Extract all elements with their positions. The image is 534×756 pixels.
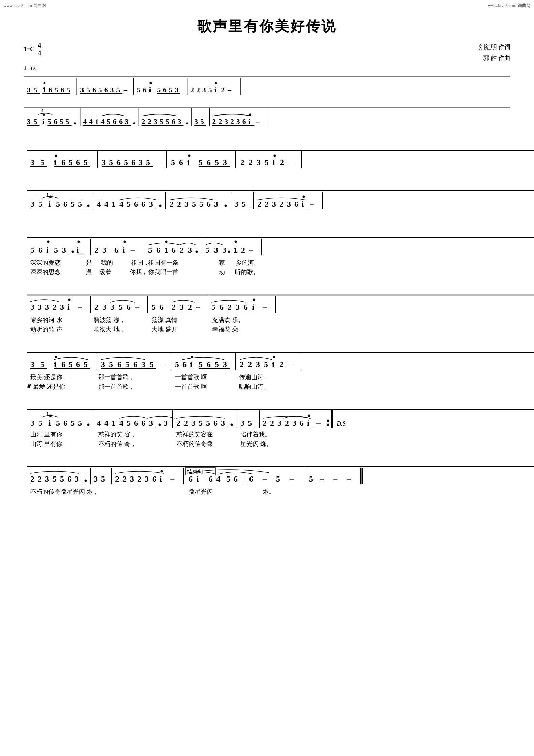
svg-point-214 xyxy=(228,250,230,253)
svg-text:3: 3 xyxy=(234,200,238,208)
svg-text:3: 3 xyxy=(30,360,34,369)
svg-text:3: 3 xyxy=(110,86,114,94)
svg-text:6: 6 xyxy=(156,245,160,254)
svg-text:–: – xyxy=(157,158,161,167)
svg-text:6: 6 xyxy=(76,158,80,167)
svg-text:2: 2 xyxy=(30,474,34,483)
svg-text:6: 6 xyxy=(242,118,246,126)
svg-text:5: 5 xyxy=(34,118,37,126)
svg-text:3: 3 xyxy=(154,118,157,126)
svg-text:5: 5 xyxy=(125,360,129,369)
svg-text:2: 2 xyxy=(53,303,57,311)
svg-text:2: 2 xyxy=(280,158,284,167)
svg-text:6: 6 xyxy=(61,360,65,369)
svg-text:3: 3 xyxy=(46,192,48,197)
svg-text:3: 3 xyxy=(45,474,49,483)
svg-text:3: 3 xyxy=(240,419,244,427)
svg-text:碧波荡  漾，: 碧波荡 漾， xyxy=(94,317,126,323)
svg-text:D.S.: D.S. xyxy=(336,420,347,427)
svg-text:唱响山河。: 唱响山河。 xyxy=(239,383,269,390)
svg-point-116 xyxy=(188,154,191,157)
svg-text:3: 3 xyxy=(277,419,281,427)
svg-text:3: 3 xyxy=(46,410,48,416)
svg-text:家乡的河  水: 家乡的河 水 xyxy=(30,317,62,323)
svg-text:i: i xyxy=(197,474,199,483)
svg-point-165 xyxy=(225,204,227,207)
svg-text:不朽的传  奇，: 不朽的传 奇， xyxy=(98,440,136,447)
svg-text:不朽的传奇像: 不朽的传奇像 xyxy=(176,440,213,447)
svg-text:4: 4 xyxy=(97,200,101,208)
svg-text:一首首歌  啊: 一首首歌 啊 xyxy=(175,383,207,390)
svg-text:5: 5 xyxy=(53,474,57,483)
svg-text:那一首首歌，: 那一首首歌， xyxy=(98,374,135,381)
svg-text:3: 3 xyxy=(27,86,31,94)
svg-point-351 xyxy=(159,423,161,426)
svg-text:6: 6 xyxy=(38,245,42,254)
svg-text:祖国，: 祖国， xyxy=(131,259,149,266)
svg-text:荡漾  真情: 荡漾 真情 xyxy=(152,317,177,323)
svg-text:5: 5 xyxy=(101,474,105,483)
svg-text:6: 6 xyxy=(117,360,121,369)
svg-point-96 xyxy=(55,154,57,157)
svg-text:6: 6 xyxy=(207,360,211,369)
svg-text:4: 4 xyxy=(216,474,220,483)
svg-point-47 xyxy=(43,113,45,116)
svg-text:–: – xyxy=(346,474,351,483)
song-title: 歌声里有你美好传说 xyxy=(20,17,514,36)
svg-text:5: 5 xyxy=(175,360,179,369)
svg-point-155 xyxy=(159,204,162,207)
svg-text:3: 3 xyxy=(180,303,184,311)
svg-text:3: 3 xyxy=(256,360,260,369)
svg-text:i: i xyxy=(48,419,51,427)
svg-text:5: 5 xyxy=(199,158,203,167)
svg-point-64 xyxy=(133,122,135,124)
svg-point-199 xyxy=(124,240,126,243)
svg-text:你我，: 你我， xyxy=(129,269,148,275)
svg-text:2: 2 xyxy=(184,419,188,427)
svg-text:2: 2 xyxy=(196,86,200,94)
svg-text:i: i xyxy=(187,158,190,167)
svg-text:4: 4 xyxy=(119,419,123,427)
svg-text:5: 5 xyxy=(160,118,163,126)
svg-text:2: 2 xyxy=(230,118,234,126)
svg-text:2: 2 xyxy=(265,200,269,208)
svg-point-334 xyxy=(49,414,52,417)
svg-text:5: 5 xyxy=(127,200,131,208)
svg-text:1: 1 xyxy=(164,245,168,254)
svg-text:5: 5 xyxy=(211,303,215,311)
svg-text:6: 6 xyxy=(300,419,304,427)
svg-text:大地  盛开: 大地 盛开 xyxy=(152,326,177,333)
svg-text:3: 3 xyxy=(141,360,145,369)
svg-text:6: 6 xyxy=(179,158,183,167)
svg-text:–: – xyxy=(161,360,165,369)
svg-text:i: i xyxy=(54,360,56,369)
svg-text:1: 1 xyxy=(234,245,238,254)
svg-text:5: 5 xyxy=(152,303,156,311)
svg-text:3: 3 xyxy=(188,245,192,254)
svg-text:5: 5 xyxy=(206,419,210,427)
svg-text:深深的思念: 深深的思念 xyxy=(30,269,61,275)
svg-text:听的歌。: 听的歌。 xyxy=(235,269,259,275)
svg-text:3: 3 xyxy=(272,200,276,208)
key-time: 1=C 4 4 xyxy=(24,42,41,57)
svg-point-74 xyxy=(186,122,188,124)
svg-text:5: 5 xyxy=(98,86,102,94)
svg-text:3: 3 xyxy=(214,200,218,208)
svg-text:3: 3 xyxy=(175,86,179,94)
svg-text:6: 6 xyxy=(220,303,224,311)
svg-text:最爱  还是你: 最爱 还是你 xyxy=(33,383,65,390)
svg-text:山河  里有你: 山河 里有你 xyxy=(30,440,62,447)
svg-text:i: i xyxy=(307,419,309,427)
svg-text:6: 6 xyxy=(131,158,135,167)
svg-text:i: i xyxy=(67,303,70,311)
svg-text:6: 6 xyxy=(182,360,187,369)
svg-point-362 xyxy=(231,423,233,426)
svg-text:–: – xyxy=(196,303,200,311)
time-signature: 4 4 xyxy=(38,42,41,57)
svg-text:6: 6 xyxy=(104,86,108,94)
svg-text:2: 2 xyxy=(180,245,184,254)
svg-text:6: 6 xyxy=(113,118,116,126)
svg-text:2: 2 xyxy=(248,158,253,167)
svg-text:5: 5 xyxy=(109,360,113,369)
svg-text:6: 6 xyxy=(189,474,193,483)
